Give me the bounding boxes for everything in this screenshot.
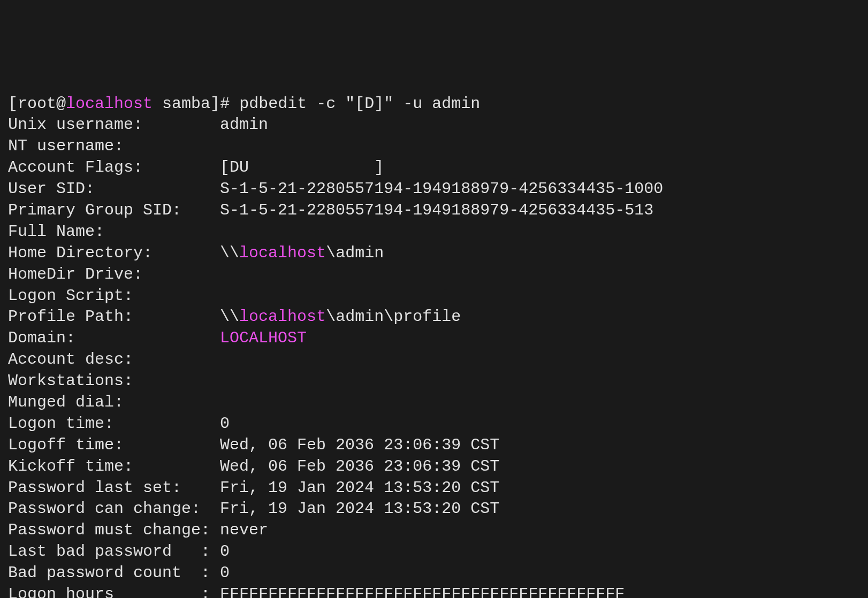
- workstations-label: Workstations:: [8, 372, 133, 390]
- munged-dial-line: Munged dial:: [8, 393, 124, 411]
- user-sid-label: User SID:: [8, 180, 220, 198]
- homedir-drive-line: HomeDir Drive:: [8, 265, 143, 283]
- home-directory-label: Home Directory:: [8, 244, 220, 262]
- bad-password-count-label: Bad password count :: [8, 564, 220, 582]
- munged-dial-label: Munged dial:: [8, 393, 124, 411]
- bracket-open: [: [8, 95, 18, 113]
- profile-path-line: Profile Path: \\localhost\admin\profile: [8, 308, 461, 326]
- logon-time-value: 0: [220, 415, 230, 433]
- logoff-time-label: Logoff time:: [8, 436, 220, 454]
- logon-script-line: Logon Script:: [8, 287, 133, 305]
- bracket-close: ]: [210, 95, 220, 113]
- homedir-drive-label: HomeDir Drive:: [8, 265, 143, 283]
- kickoff-time-line: Kickoff time: Wed, 06 Feb 2036 23:06:39 …: [8, 457, 499, 476]
- primary-group-sid-label: Primary Group SID:: [8, 201, 220, 219]
- prompt-at: @: [56, 95, 66, 113]
- password-last-set-label: Password last set:: [8, 479, 220, 497]
- bad-password-count-line: Bad password count : 0: [8, 564, 230, 582]
- logon-script-label: Logon Script:: [8, 287, 133, 305]
- profile-path-prefix: \\: [220, 308, 239, 326]
- account-desc-label: Account desc:: [8, 350, 133, 369]
- domain-line: Domain: LOCALHOST: [8, 329, 307, 347]
- primary-group-sid-value: S-1-5-21-2280557194-1949188979-425633443…: [220, 201, 653, 219]
- command-text: pdbedit -c "[D]" -u admin: [239, 95, 480, 113]
- logon-time-label: Logon time:: [8, 415, 220, 433]
- home-directory-suffix: \admin: [326, 244, 384, 262]
- nt-username-label: NT username:: [8, 137, 124, 155]
- prompt-space: [153, 95, 162, 113]
- account-desc-line: Account desc:: [8, 350, 133, 369]
- kickoff-time-value: Wed, 06 Feb 2036 23:06:39 CST: [220, 457, 499, 476]
- profile-path-label: Profile Path:: [8, 308, 220, 326]
- logon-hours-label: Logon hours :: [8, 585, 220, 598]
- domain-value: LOCALHOST: [220, 329, 307, 347]
- full-name-line: Full Name:: [8, 223, 104, 241]
- prompt-host: localhost: [66, 95, 153, 113]
- logon-hours-line: Logon hours : FFFFFFFFFFFFFFFFFFFFFFFFFF…: [8, 585, 625, 598]
- prompt-user: root: [18, 95, 56, 113]
- logon-time-line: Logon time: 0: [8, 415, 230, 433]
- unix-username-value: admin: [220, 116, 268, 134]
- domain-label: Domain:: [8, 329, 220, 347]
- logon-hours-value: FFFFFFFFFFFFFFFFFFFFFFFFFFFFFFFFFFFFFFFF…: [220, 585, 625, 598]
- primary-group-sid-line: Primary Group SID: S-1-5-21-2280557194-1…: [8, 201, 653, 219]
- home-directory-prefix: \\: [220, 244, 239, 262]
- prompt-dir: samba: [162, 95, 210, 113]
- kickoff-time-label: Kickoff time:: [8, 457, 220, 476]
- account-flags-label: Account Flags:: [8, 158, 220, 177]
- account-flags-value: [DU ]: [220, 158, 384, 177]
- password-last-set-value: Fri, 19 Jan 2024 13:53:20 CST: [220, 479, 499, 497]
- terminal-output[interactable]: [root@localhost samba]# pdbedit -c "[D]"…: [8, 94, 860, 598]
- password-must-change-label: Password must change:: [8, 521, 220, 539]
- password-can-change-line: Password can change: Fri, 19 Jan 2024 13…: [8, 500, 499, 518]
- password-can-change-value: Fri, 19 Jan 2024 13:53:20 CST: [220, 500, 499, 518]
- last-bad-password-line: Last bad password : 0: [8, 542, 230, 561]
- unix-username-label: Unix username:: [8, 116, 220, 134]
- password-can-change-label: Password can change:: [8, 500, 220, 518]
- password-must-change-line: Password must change: never: [8, 521, 268, 539]
- home-directory-line: Home Directory: \\localhost\admin: [8, 244, 384, 262]
- logoff-time-value: Wed, 06 Feb 2036 23:06:39 CST: [220, 436, 499, 454]
- profile-path-host: localhost: [239, 308, 326, 326]
- password-last-set-line: Password last set: Fri, 19 Jan 2024 13:5…: [8, 479, 499, 497]
- password-must-change-value: never: [220, 521, 268, 539]
- last-bad-password-value: 0: [220, 542, 230, 561]
- workstations-line: Workstations:: [8, 372, 133, 390]
- unix-username-line: Unix username: admin: [8, 116, 268, 134]
- nt-username-line: NT username:: [8, 137, 124, 155]
- logoff-time-line: Logoff time: Wed, 06 Feb 2036 23:06:39 C…: [8, 436, 499, 454]
- user-sid-value: S-1-5-21-2280557194-1949188979-425633443…: [220, 180, 663, 198]
- user-sid-line: User SID: S-1-5-21-2280557194-1949188979…: [8, 180, 663, 198]
- prompt-line: [root@localhost samba]# pdbedit -c "[D]"…: [8, 95, 480, 113]
- bad-password-count-value: 0: [220, 564, 230, 582]
- account-flags-line: Account Flags: [DU ]: [8, 158, 384, 177]
- home-directory-host: localhost: [239, 244, 326, 262]
- profile-path-suffix: \admin\profile: [326, 308, 461, 326]
- full-name-label: Full Name:: [8, 223, 104, 241]
- last-bad-password-label: Last bad password :: [8, 542, 220, 561]
- prompt-hash: #: [220, 95, 239, 113]
